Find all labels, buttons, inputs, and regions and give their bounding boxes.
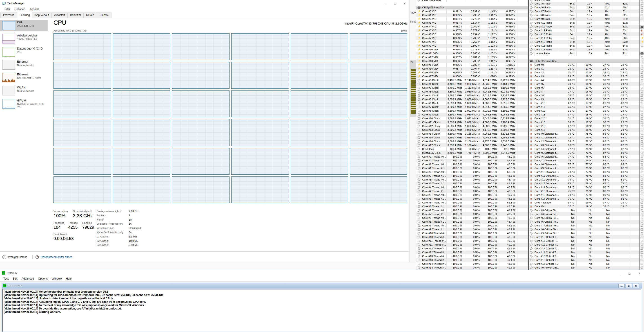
tab-prozesse[interactable]: Prozesse: [0, 12, 17, 18]
sensor-row[interactable]: Core #12 Ratio34 x12 x40 x33 x: [529, 29, 639, 32]
sensor-row[interactable]: Core #5 VID0.957 V0.772 V1.121 V0.966 V: [416, 29, 528, 32]
sensor-row[interactable]: Core #126 °C17 °C26 °C22 °C: [529, 67, 639, 71]
sensor-row[interactable]: Core #3 VID0.957 V0.814 V1.153 V0.955 V: [416, 21, 528, 25]
child-title-bar[interactable]: 24 Main thread: [2, 283, 642, 288]
sensor-row[interactable]: Core #1126 °C17 °C27 °C22 °C: [529, 105, 639, 109]
sensor-row[interactable]: Core #428 °C17 °C30 °C23 °C: [529, 78, 639, 82]
sensor-row[interactable]: Core #2 Clock3,401.9 MHz1,113.8 MHz4,066…: [416, 86, 528, 90]
minimize-button[interactable]: [380, 0, 390, 7]
sensor-row[interactable]: Core #6 VID0.958 V0.794 V1.172 V0.956 V: [416, 32, 528, 36]
sensor-row[interactable]: Core #10 Critical T...NoNoNo: [529, 235, 639, 239]
sensor-row[interactable]: Core #5 Thread #1...100.0 %0.0 %100.0 %4…: [416, 197, 528, 201]
sensor-row[interactable]: Core #8 Ratio34 x12 x40 x32 x: [529, 13, 639, 17]
sensor-row[interactable]: Core #8 VID0.965 V0.767 V1.112 V0.973 V: [416, 40, 528, 44]
title-bar[interactable]: 24 Prime95: [0, 270, 644, 276]
sensor-row[interactable]: Core #16 Distance ...78 °C77 °C89 °C83 °…: [529, 193, 639, 197]
sensor-row[interactable]: Core #8 Clock3,399.4 MHz1,092.9 MHz4,039…: [416, 109, 528, 113]
sensor-row[interactable]: Core Max37 °C19 °C37 °C29 °C: [529, 205, 639, 208]
sensor-row[interactable]: Core #5 Critical Te...NoNoNo: [529, 216, 639, 220]
open-resource-monitor-link[interactable]: Ressourcenmonitor öffnen: [41, 255, 72, 259]
sensor-row[interactable]: Core #13 Thread #...100.0 %0.0 %100.0 %4…: [416, 254, 528, 258]
sensor-row[interactable]: Core #12 Clock3,399.4 MHz1,080.6 MHz4,06…: [416, 124, 528, 128]
child-close-button[interactable]: [633, 284, 639, 288]
title-bar[interactable]: Task-Manager: [0, 0, 410, 7]
sensor-row[interactable]: Core #16 Ratio34 x12 x42 x34 x: [529, 44, 639, 48]
sensor-row[interactable]: Core #7 Thread #1...100.0 %0.0 %100.0 %4…: [416, 212, 528, 216]
sensor-row[interactable]: Core #9 Thread #1...100.0 %0.0 %100.0 %4…: [416, 228, 528, 231]
sensor-row[interactable]: Core #8 Distance t...77 °C77 °C87 °C82 °…: [529, 162, 639, 166]
sensor-row[interactable]: Core #1 Clock3,401.9 MHz1,080.6 MHz4,039…: [416, 82, 528, 86]
sensor-row[interactable]: Core #10 Thread #...100.0 %0.0 %100.0 %4…: [416, 231, 528, 235]
sensor-row[interactable]: Core #9 Clock3,399.4 MHz1,080.6 MHz4,066…: [416, 113, 528, 117]
sensor-row[interactable]: Core #1 Thread #1...100.0 %0.0 %100.0 %4…: [416, 166, 528, 170]
sensor-group-header[interactable]: CPU [#0]: Intel Cor...: [416, 6, 528, 10]
sensor-row[interactable]: Core #7 VID0.959 V0.769 V1.102 V0.952 V: [416, 36, 528, 40]
sensor-row[interactable]: Core #16 VID0.965 V0.769 V1.161 V0.993 V: [416, 71, 528, 75]
sensor-row[interactable]: Core #3 Thread #0...100.0 %0.0 %100.0 %4…: [416, 178, 528, 182]
menu-item-optionen[interactable]: Optionen: [12, 7, 27, 11]
sensor-row[interactable]: Core #14 Clock3,399.4 MHz1,165.2 MHz4,06…: [416, 132, 528, 136]
sensor-row[interactable]: Core #4 Critical Te...NoNoNo: [529, 212, 639, 216]
sensor-row[interactable]: Core #15 Distance ...75 °C75 °C88 °C80 °…: [529, 189, 639, 193]
sensor-row[interactable]: Core #10 Clock3,399.4 MHz1,092.9 MHz4,04…: [416, 117, 528, 120]
sensor-row[interactable]: Core #11 Thread #...100.0 %0.0 %100.0 %4…: [416, 243, 528, 247]
sensor-row[interactable]: Core #5 Ratio34 x12 x40 x32 x: [529, 2, 639, 6]
sensor-row[interactable]: Core #0 Thread #0...100.0 %0.0 %100.0 %4…: [416, 155, 528, 159]
sensor-row[interactable]: Core #12 VID0.957 V0.781 V1.105 V0.972 V: [416, 55, 528, 59]
sensor-row[interactable]: Core #0 Clock3,401.9 MHz1,146.3 MHz4,014…: [416, 78, 528, 82]
sensor-row[interactable]: Core #8 Thread #1...100.0 %0.0 %100.0 %4…: [416, 220, 528, 224]
less-details-button[interactable]: Weniger Details: [8, 255, 27, 259]
menu-item-help[interactable]: Help: [64, 277, 74, 281]
sensor-row[interactable]: Uncore Ratio24 x8 x24 x21 x: [529, 52, 639, 55]
sensor-row[interactable]: Core #14 Critical T...NoNoNo: [529, 251, 639, 254]
sensor-row[interactable]: Core #13 Critical T...NoNoNo: [529, 247, 639, 251]
sensor-row[interactable]: Core #1431 °C19 °C31 °C25 °C: [529, 117, 639, 120]
sensor-row[interactable]: Core #17 Clock3,399.4 MHz1,108.4 MHz4,06…: [416, 143, 528, 147]
sensor-row[interactable]: Core #3 Clock3,399.4 MHz1,080.6 MHz4,041…: [416, 90, 528, 94]
sensor-row[interactable]: Core #828 °C18 °C28 °C23 °C: [529, 94, 639, 97]
sensor-row[interactable]: Core #15 VID0.957 V0.794 V1.117 V0.979 V: [416, 67, 528, 71]
sensor-row[interactable]: Core #6 Clock3,399.4 MHz1,080.6 MHz4,066…: [416, 101, 528, 105]
sensor-row[interactable]: Core #14 Distance ...74 °C74 °C86 °C80 °…: [529, 186, 639, 189]
close-button[interactable]: [400, 0, 410, 7]
sensor-row[interactable]: Core #727 °C16 °C29 °C22 °C: [529, 90, 639, 94]
sensor-row[interactable]: Core #7 Distance t...78 °C76 °C89 °C83 °…: [529, 159, 639, 162]
sensor-row[interactable]: Core #7 Critical Te...NoNoNo: [529, 224, 639, 228]
sensor-row[interactable]: Core #13 VID0.956 V0.793 V1.117 V0.991 V: [416, 59, 528, 63]
sensor-row[interactable]: Core #7 Clock3,399.4 MHz1,092.9 MHz4,014…: [416, 105, 528, 109]
sensor-row[interactable]: Core #530 °C18 °C30 °C24 °C: [529, 82, 639, 86]
sensor-row[interactable]: Core #6 Critical Te...NoNoNo: [529, 220, 639, 224]
sensor-row[interactable]: Core #11 Ratio34 x12 x40 x31 x: [529, 25, 639, 29]
sensor-row[interactable]: Core #12 Distance ...74 °C73 °C88 °C81 °…: [529, 178, 639, 182]
sensor-row[interactable]: Core #329 °C16 °C30 °C23 °C: [529, 75, 639, 78]
tab-app-verlauf[interactable]: App-Verlauf: [32, 12, 52, 18]
worker-log-output[interactable]: [Main thread Nov 26 00:14] Mersenne numb…: [2, 289, 641, 332]
sensor-row[interactable]: Core #1530 °C17 °C30 °C25 °C: [529, 120, 639, 124]
sensor-row[interactable]: Core #6 Distance t...77 °C76 °C88 °C82 °…: [529, 155, 639, 159]
sensor-row[interactable]: Core #9 Critical Te...NoNoNo: [529, 231, 639, 235]
sensor-row[interactable]: Core #4 VID0.951 V0.762 V1.103 V0.959 V: [416, 25, 528, 29]
sensor-row[interactable]: Core #11 VID0.958 V0.768 V1.102 V0.958 V: [416, 52, 528, 55]
sensor-row[interactable]: Core #2 Thread #0...100.0 %0.0 %100.0 %5…: [416, 170, 528, 174]
sensor-row[interactable]: Core #17 Critical T...NoNoNo: [529, 262, 639, 266]
sensor-row[interactable]: Core #7 Thread #0...100.0 %0.0 %100.0 %4…: [416, 208, 528, 212]
sensor-row[interactable]: Core #3 Critical Te...NoNoNo: [529, 208, 639, 212]
sensor-row[interactable]: Core #16 Critical T...NoNoNo: [529, 258, 639, 262]
sensor-row[interactable]: Core #12 Thread #...100.0 %0.5 %100.0 %4…: [416, 251, 528, 254]
sensor-row[interactable]: Core #11 Distance ...79 °C78 °C88 °C83 °…: [529, 174, 639, 178]
sensor-row[interactable]: Core #17 Distance ...76 °C76 °C87 °C81 °…: [529, 197, 639, 201]
sensor-row[interactable]: Core #13 Ratio34 x12 x40 x33 x: [529, 32, 639, 36]
sensor-row[interactable]: Page File Usage: [416, 0, 528, 2]
sensor-row[interactable]: Mesh/LLC Clock2,401.3 MHz749.4 MHz2,502.…: [416, 151, 528, 155]
sensor-row[interactable]: Core #6 Thread #1...100.0 %0.0 %100.0 %4…: [416, 205, 528, 208]
sensor-row[interactable]: Core #5 Thread #0...100.0 %0.0 %100.0 %4…: [416, 193, 528, 197]
tab-benutzer[interactable]: Benutzer: [68, 12, 84, 18]
tab-details[interactable]: Details: [84, 12, 97, 18]
sensor-row[interactable]: Core #12 Critical T...NoNoNo: [529, 243, 639, 247]
sensor-row[interactable]: Core #14 Thread #...100.0 %0.0 %100.0 %4…: [416, 262, 528, 266]
child-restore-button[interactable]: [626, 284, 632, 288]
sensor-row[interactable]: Core #14 Thread #...100.0 %0.5 %100.0 %4…: [416, 266, 528, 270]
sidebar-item-ethernet-4[interactable]: EthernetGes.: 0 Empf.: 0 KBit/s: [0, 72, 48, 85]
sensor-row[interactable]: Core #1729 °C18 °C29 °C24 °C: [529, 128, 639, 132]
sensor-row[interactable]: Core #1 Distance t...79 °C79 °C88 °C83 °…: [529, 136, 639, 139]
